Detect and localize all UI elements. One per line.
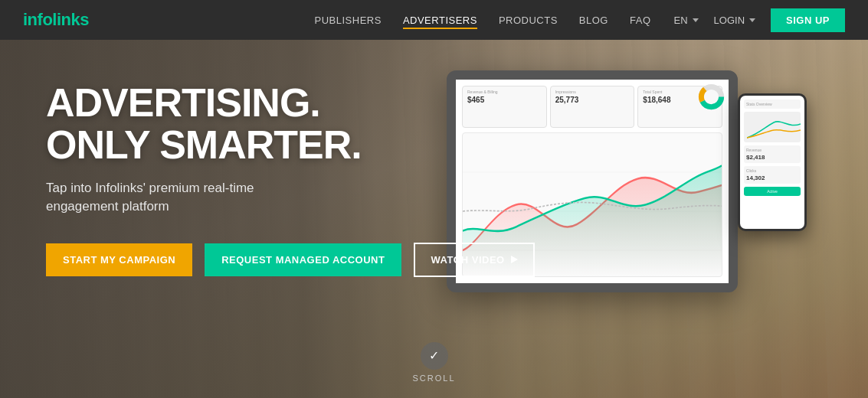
chevron-down-icon: [749, 18, 755, 22]
tablet-card-3: Total Spent $18,648: [637, 86, 722, 128]
nav-item-advertisers[interactable]: ADVERTISERS: [403, 13, 477, 27]
nav-item-blog[interactable]: BLOG: [579, 13, 608, 27]
tablet-card-title-2: Impressions: [555, 90, 630, 94]
navbar-right: EN LOGIN SIGN UP: [674, 8, 846, 32]
scroll-circle: ✓: [421, 342, 448, 370]
hero-cta-buttons: START MY CAMPAIGN REQUEST MANAGED ACCOUN…: [46, 243, 429, 277]
hero-device-illustration: Revenue & Billing $465 Impressions 25,77…: [424, 63, 807, 354]
chevron-down-icon: [693, 18, 699, 22]
watch-video-button[interactable]: WATCH VIDEO: [414, 243, 534, 277]
phone-card-4: Clicks 14,302: [744, 166, 801, 184]
checkmark-icon: ✓: [429, 350, 439, 362]
hero-headline-line1: ADVERTISING.: [46, 80, 320, 125]
phone-card-1: Stats Overview: [744, 100, 801, 109]
hero-subheadline: Tap into Infolinks' premium real-time en…: [46, 179, 306, 216]
tablet-stats-row: Revenue & Billing $465 Impressions 25,77…: [462, 86, 722, 128]
hero-headline: ADVERTISING. ONLY SMARTER.: [46, 82, 429, 165]
nav-item-faq[interactable]: FAQ: [630, 13, 651, 27]
language-selector[interactable]: EN: [674, 15, 699, 26]
tablet-card-1: Revenue & Billing $465: [462, 86, 547, 128]
phone-screen: Stats Overview Revenue $2,418 Clicks 14,…: [740, 96, 804, 229]
phone-card-3: Revenue $2,418: [744, 145, 801, 163]
hero-section: Revenue & Billing $465 Impressions 25,77…: [0, 40, 868, 398]
navbar: infolinks PUBLISHERS ADVERTISERS PRODUCT…: [0, 0, 868, 40]
start-campaign-button[interactable]: START MY CAMPAIGN: [46, 243, 192, 276]
nav-item-publishers[interactable]: PUBLISHERS: [315, 13, 382, 27]
play-icon: [511, 256, 518, 263]
nav-links: PUBLISHERS ADVERTISERS PRODUCTS BLOG FAQ: [315, 13, 651, 27]
phone-card-2: [744, 112, 801, 142]
hero-headline-line2: ONLY SMARTER.: [46, 122, 362, 167]
tablet-card-title-1: Revenue & Billing: [467, 90, 542, 94]
logo-suffix: links: [52, 10, 89, 29]
tablet-card-2: Impressions 25,773: [550, 86, 635, 128]
hero-content: ADVERTISING. ONLY SMARTER. Tap into Info…: [46, 82, 429, 277]
scroll-label: SCROLL: [412, 374, 455, 383]
nav-item-products[interactable]: PRODUCTS: [499, 13, 558, 27]
phone-cta: Active: [744, 187, 801, 196]
request-managed-account-button[interactable]: REQUEST MANAGED ACCOUNT: [205, 243, 401, 276]
logo[interactable]: infolinks: [23, 10, 89, 30]
phone-device: Stats Overview Revenue $2,418 Clicks 14,…: [738, 93, 807, 231]
logo-prefix: info: [23, 10, 52, 29]
tablet-card-value-2: 25,773: [555, 96, 630, 104]
login-button[interactable]: LOGIN: [714, 15, 755, 26]
scroll-indicator[interactable]: ✓ SCROLL: [412, 342, 455, 383]
signup-button[interactable]: SIGN UP: [771, 8, 845, 32]
tablet-card-value-1: $465: [467, 96, 542, 104]
